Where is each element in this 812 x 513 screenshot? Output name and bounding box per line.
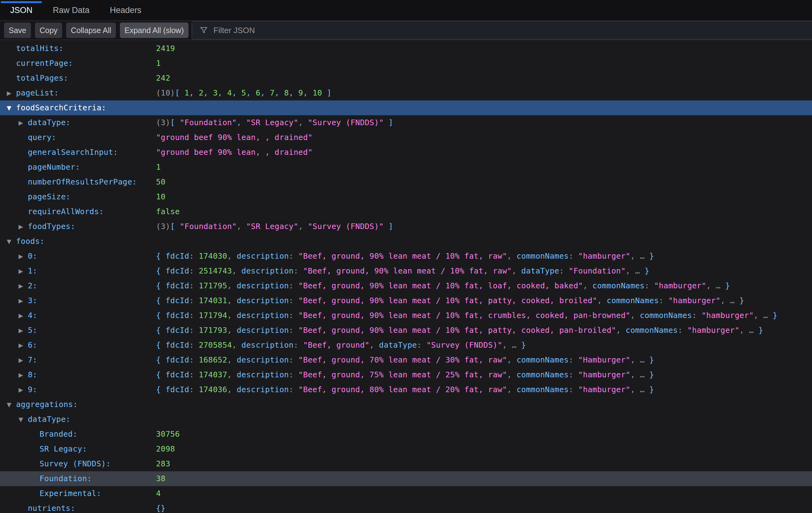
tree-row-foodsearchcriteria[interactable]: ▼foodSearchCriteria:	[0, 101, 812, 115]
active-tab-indicator	[1, 1, 42, 3]
row-key: numberOfResultsPerPage:	[28, 175, 137, 190]
tree-row-totalpages[interactable]: totalPages:242	[0, 71, 812, 86]
tree-row-3[interactable]: ▶3:{ fdcId: 174031, description: "Beef, …	[0, 293, 812, 308]
row-key: 4:	[28, 308, 37, 323]
expand-arrow-icon[interactable]: ▶	[19, 352, 23, 367]
tree-row-totalhits[interactable]: totalHits:2419	[0, 41, 812, 56]
expand-arrow-icon[interactable]: ▶	[19, 382, 23, 397]
expand-arrow-icon[interactable]: ▶	[19, 219, 23, 234]
row-key: pageNumber:	[28, 160, 80, 175]
tree-row-6[interactable]: ▶6:{ fdcId: 2705854, description: "Beef,…	[0, 338, 812, 352]
tree-row-pagelist[interactable]: ▶pageList:(10)[ 1, 2, 3, 4, 5, 6, 7, 8, …	[0, 86, 812, 101]
expand-arrow-icon[interactable]: ▶	[19, 323, 23, 338]
tree-row-pagesize[interactable]: pageSize:10	[0, 190, 812, 204]
row-value: 1	[156, 160, 812, 175]
expand-arrow-icon[interactable]: ▶	[7, 86, 11, 101]
row-value: 30756	[156, 427, 812, 441]
row-value: { fdcId: 174036, description: "Beef, gro…	[156, 382, 812, 397]
tree-row-7[interactable]: ▶7:{ fdcId: 168652, description: "Beef, …	[0, 352, 812, 367]
tree-row-foods[interactable]: ▼foods:	[0, 234, 812, 249]
tree-row-numberofresultsperpage[interactable]: numberOfResultsPerPage:50	[0, 175, 812, 190]
tab-headers-label: Headers	[110, 5, 142, 15]
tree-row-4[interactable]: ▶4:{ fdcId: 171794, description: "Beef, …	[0, 308, 812, 323]
tree-row-aggregations[interactable]: ▼aggregations:	[0, 397, 812, 412]
tree-row-datatype[interactable]: ▼dataType:	[0, 412, 812, 427]
collapse-arrow-icon[interactable]: ▼	[7, 234, 11, 249]
tree-row-query[interactable]: query:"ground beef 90% lean, , drained"	[0, 130, 812, 145]
tree-row-datatype[interactable]: ▶dataType:(3)[ "Foundation", "SR Legacy"…	[0, 115, 812, 130]
tree-row-requireallwords[interactable]: requireAllWords:false	[0, 204, 812, 219]
filter-json-input[interactable]: Filter JSON	[192, 21, 812, 39]
row-key: Experimental:	[39, 486, 102, 501]
row-value: { fdcId: 2514743, description: "Beef, gr…	[156, 264, 812, 279]
expand-arrow-icon[interactable]: ▶	[19, 308, 23, 323]
tree-row-generalsearchinput[interactable]: generalSearchInput:"ground beef 90% lean…	[0, 145, 812, 160]
row-value: "ground beef 90% lean, , drained"	[156, 145, 812, 160]
tab-headers[interactable]: Headers	[100, 0, 152, 20]
tree-row-foodtypes[interactable]: ▶foodTypes:(3)[ "Foundation", "SR Legacy…	[0, 219, 812, 234]
tree-row-pagenumber[interactable]: pageNumber:1	[0, 160, 812, 175]
collapse-arrow-icon[interactable]: ▼	[19, 412, 23, 427]
tree-row-currentpage[interactable]: currentPage:1	[0, 56, 812, 71]
tree-row-nutrients[interactable]: nutrients:{}	[0, 501, 812, 513]
row-key: 6:	[28, 338, 37, 352]
row-key: requireAllWords:	[28, 204, 104, 219]
collapse-arrow-icon[interactable]: ▼	[7, 101, 11, 115]
expand-arrow-icon[interactable]: ▶	[19, 293, 23, 308]
expand-arrow-icon[interactable]: ▶	[19, 338, 23, 352]
row-key: 2:	[28, 279, 37, 293]
row-value: { fdcId: 171795, description: "Beef, gro…	[156, 279, 812, 293]
collapse-all-button[interactable]: Collapse All	[66, 23, 116, 38]
row-key: totalPages:	[16, 71, 68, 86]
row-value: 1	[156, 56, 812, 71]
expand-arrow-icon[interactable]: ▶	[19, 367, 23, 382]
tree-row-branded[interactable]: Branded:30756	[0, 427, 812, 441]
row-key: dataType:	[28, 115, 70, 130]
copy-button[interactable]: Copy	[35, 23, 62, 38]
devtools-tabbar: JSON Raw Data Headers	[0, 0, 812, 21]
tree-row-experimental[interactable]: Experimental:4	[0, 486, 812, 501]
tree-row-1[interactable]: ▶1:{ fdcId: 2514743, description: "Beef,…	[0, 264, 812, 279]
expand-arrow-icon[interactable]: ▶	[19, 264, 23, 279]
tree-row-survey-fndds[interactable]: Survey (FNDDS):283	[0, 456, 812, 471]
tree-row-8[interactable]: ▶8:{ fdcId: 174037, description: "Beef, …	[0, 367, 812, 382]
tab-raw-data[interactable]: Raw Data	[42, 0, 100, 20]
row-key: 5:	[28, 323, 37, 338]
tab-json[interactable]: JSON	[0, 0, 42, 20]
tree-row-0[interactable]: ▶0:{ fdcId: 174030, description: "Beef, …	[0, 249, 812, 264]
tree-row-sr-legacy[interactable]: SR Legacy:2098	[0, 441, 812, 456]
row-value: 283	[156, 456, 812, 471]
tree-row-2[interactable]: ▶2:{ fdcId: 171795, description: "Beef, …	[0, 279, 812, 293]
filter-placeholder: Filter JSON	[213, 26, 255, 35]
row-key: totalHits:	[16, 41, 64, 56]
row-value: 10	[156, 190, 812, 204]
expand-arrow-icon[interactable]: ▶	[19, 115, 23, 130]
tree-row-5[interactable]: ▶5:{ fdcId: 171793, description: "Beef, …	[0, 323, 812, 338]
collapse-arrow-icon[interactable]: ▼	[7, 397, 11, 412]
expand-arrow-icon[interactable]: ▶	[19, 279, 23, 293]
row-value: false	[156, 204, 812, 219]
row-value: (10)[ 1, 2, 3, 4, 5, 6, 7, 8, 9, 10 ]	[156, 86, 812, 101]
row-value: (3)[ "Foundation", "SR Legacy", "Survey …	[156, 115, 812, 130]
save-button[interactable]: Save	[4, 23, 31, 38]
row-value: { fdcId: 174030, description: "Beef, gro…	[156, 249, 812, 264]
expand-all-button[interactable]: Expand All (slow)	[120, 23, 188, 38]
tree-row-9[interactable]: ▶9:{ fdcId: 174036, description: "Beef, …	[0, 382, 812, 397]
tab-raw-data-label: Raw Data	[53, 5, 90, 15]
expand-arrow-icon[interactable]: ▶	[19, 249, 23, 264]
row-value: 242	[156, 71, 812, 86]
tree-row-foundation[interactable]: Foundation:38	[0, 471, 812, 486]
row-key: Branded:	[39, 427, 78, 441]
row-key: foodSearchCriteria:	[16, 101, 106, 115]
tab-json-label: JSON	[10, 5, 32, 15]
row-key: 8:	[28, 367, 37, 382]
row-key: nutrients:	[28, 501, 76, 513]
json-viewer-toolbar: Save Copy Collapse All Expand All (slow)…	[0, 21, 812, 40]
row-key: 1:	[28, 264, 37, 279]
row-value: { fdcId: 171793, description: "Beef, gro…	[156, 323, 812, 338]
row-value: { fdcId: 174031, description: "Beef, gro…	[156, 293, 812, 308]
row-value: 50	[156, 175, 812, 190]
row-key: Survey (FNDDS):	[39, 456, 111, 471]
row-key: foods:	[16, 234, 45, 249]
row-key: query:	[28, 130, 56, 145]
